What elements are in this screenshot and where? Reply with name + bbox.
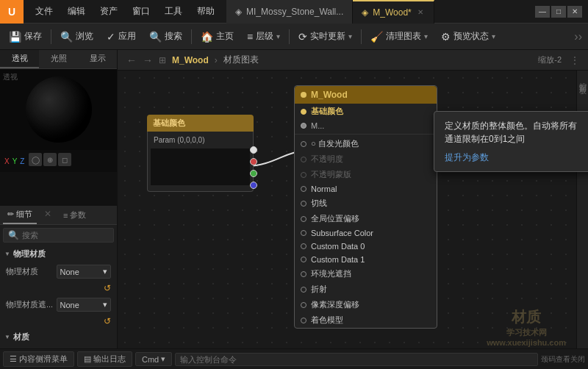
mwood-row-subsurface[interactable]: Subsurface Color	[295, 226, 437, 240]
view-tab-perspective[interactable]: 透视	[0, 50, 39, 68]
maximize-button[interactable]: □	[551, 6, 566, 18]
watermark: 材质 学习技术网 www.xuexijishu.com	[487, 307, 566, 347]
refresh-icon-2[interactable]: ↺	[104, 316, 111, 326]
menu-asset[interactable]: 资产	[94, 2, 123, 21]
prop-physics-material-select[interactable]: None ▾	[57, 265, 112, 279]
preview-state-label: 预览状态	[453, 30, 489, 43]
home-button[interactable]: 🏠 主页	[195, 27, 240, 46]
menu-tools[interactable]: 工具	[159, 2, 188, 21]
tab-mwood-label: M_Wood*	[373, 7, 411, 18]
menu-window[interactable]: 窗口	[126, 2, 156, 21]
vp-icon-1[interactable]: ◯	[29, 153, 42, 166]
props-search-input[interactable]	[22, 231, 123, 240]
mwood-row-self-illum-dot	[301, 141, 306, 147]
tooltip-promote-action[interactable]: 提升为参数	[445, 151, 584, 164]
menu-file[interactable]: 文件	[29, 2, 59, 21]
output-log-button[interactable]: ▤ 输出日志	[77, 351, 132, 367]
section-material-header[interactable]: ▼ 材质	[3, 329, 114, 345]
view-tab-lighting[interactable]: 光照	[39, 50, 78, 68]
prop-physics-material-mask-value: None	[60, 301, 79, 309]
tab-mwood[interactable]: ◈ M_Wood* ✕	[353, 0, 434, 24]
toolbar-overflow[interactable]: ››	[571, 30, 585, 43]
clean-button[interactable]: 🧹 清理图表 ▾	[365, 27, 434, 46]
save-button[interactable]: 💾 保存	[3, 27, 48, 46]
mwood-row-ao-dot	[301, 271, 306, 277]
section-physics-header[interactable]: ▼ 物理材质	[3, 246, 114, 262]
mwood-row-custom0[interactable]: Custom Data 0	[295, 240, 437, 253]
mwood-row-tangent[interactable]: 切线	[295, 196, 437, 211]
mwood-row-refraction[interactable]: 折射	[295, 282, 437, 297]
close-button[interactable]: ✕	[567, 6, 582, 18]
mwood-row-shading-model[interactable]: 着色模型	[295, 312, 437, 328]
node-base-color[interactable]: 基础颜色 Param (0,0,0,0)	[147, 115, 254, 192]
menu-help[interactable]: 帮助	[191, 2, 220, 21]
mwood-row-custom0-dot	[301, 243, 306, 249]
view-tab-show[interactable]: 显示	[78, 50, 117, 68]
toolbar: 💾 保存 🔍 浏览 ✓ 应用 🔍 搜索 🏠 主页 ≡ 层级 ▾ ⟳ 实时更新 ▾…	[0, 24, 588, 50]
menu-edit[interactable]: 编辑	[62, 2, 91, 21]
panel-toggle-icon[interactable]: ⋮	[570, 55, 579, 65]
tab-mwood-icon: ◈	[362, 7, 368, 18]
side-tab-separator: ✕	[43, 206, 53, 224]
connector-red[interactable]	[250, 158, 257, 165]
mwood-row-opacity-mask[interactable]: 不透明蒙版	[295, 167, 437, 182]
mwood-row-custom1[interactable]: Custom Data 1	[295, 253, 437, 266]
mwood-row-opacity[interactable]: 不透明度	[295, 151, 437, 167]
side-tab-details[interactable]: ✏ 细节	[3, 206, 37, 224]
realtime-button[interactable]: ⟳ 实时更新 ▾	[293, 27, 358, 46]
mwood-row-pixel-depth[interactable]: 像素深度偏移	[295, 297, 437, 312]
search-button[interactable]: 🔍 搜索	[143, 27, 188, 46]
preview-state-button[interactable]: ⚙ 预览状态 ▾	[435, 27, 501, 46]
prop-row-refresh-2: ↺	[3, 314, 114, 329]
mwood-row-normal[interactable]: Normal	[295, 182, 437, 196]
browse-button[interactable]: 🔍 浏览	[54, 27, 99, 46]
mwood-row-1[interactable]: M...	[295, 119, 437, 132]
mwood-row-world-offset[interactable]: 全局位置偏移	[295, 211, 437, 226]
mwood-row-ao-label: 环境光遮挡	[311, 268, 351, 279]
apply-icon: ✓	[107, 31, 115, 43]
mwood-sep	[295, 134, 437, 135]
mwood-row-0[interactable]: 基础颜色	[295, 104, 437, 119]
content-browser-button[interactable]: ☰ 内容侧滑菜单	[3, 351, 74, 367]
axis-x-label: X	[4, 157, 10, 165]
minimize-button[interactable]: —	[535, 6, 550, 18]
back-button[interactable]: ←	[126, 54, 137, 66]
vp-icon-3[interactable]: ◻	[58, 153, 71, 166]
mwood-row-ao[interactable]: 环境光遮挡	[295, 266, 437, 282]
mwood-dot-gold	[301, 92, 306, 98]
tab-mwood-close[interactable]: ✕	[416, 7, 425, 18]
tab-mi-mossy[interactable]: ◈ MI_Mossy_Stone_Wall...	[226, 0, 353, 24]
vp-icon-2[interactable]: ⊕	[43, 153, 57, 166]
mwood-row-self-illum-label: ○ 自发光颜色	[311, 138, 359, 149]
watermark-line2: 学习技术网	[487, 327, 566, 338]
mwood-rows: 基础颜色 M... ○ 自发光颜色 不透明度	[295, 104, 437, 328]
section-material-label: 材质	[13, 332, 29, 343]
mwood-row-normal-dot	[301, 186, 306, 192]
level-button[interactable]: ≡ 层级 ▾	[241, 27, 286, 46]
viewport-overlay-icons: ◯ ⊕ ◻	[29, 153, 71, 166]
params-icon: ≡	[63, 211, 68, 220]
forward-button[interactable]: →	[143, 54, 153, 66]
mwood-title: M_Wood	[311, 90, 348, 100]
refresh-icon-1[interactable]: ↺	[104, 283, 111, 293]
console-input[interactable]	[175, 353, 538, 366]
node-canvas[interactable]: 基础颜色 Param (0,0,0,0) M_Wood	[118, 71, 588, 348]
control-panel-label: 控制面板	[578, 76, 588, 82]
mwood-row-opacity-mask-label: 不透明蒙版	[311, 169, 351, 180]
connector-green[interactable]	[250, 170, 257, 177]
realtime-label: 实时更新	[310, 30, 345, 43]
mwood-row-self-illum[interactable]: ○ 自发光颜色	[295, 136, 437, 151]
cmd-button[interactable]: Cmd ▾	[135, 352, 172, 366]
side-tab-params[interactable]: ≡ 参数	[59, 206, 90, 224]
title-bar: U 文件 编辑 资产 窗口 工具 帮助 ◈ MI_Mossy_Stone_Wal…	[0, 0, 588, 24]
prop-physics-material-mask-select[interactable]: None ▾	[57, 298, 112, 312]
apply-button[interactable]: ✓ 应用	[101, 27, 142, 46]
level-label: 层级	[256, 30, 273, 43]
mwood-row-tangent-dot	[301, 201, 306, 207]
connector-white[interactable]	[250, 146, 257, 154]
material-sphere-preview	[26, 76, 92, 143]
node-mwood[interactable]: M_Wood 基础颜色 M... ○ 自发光颜色	[294, 85, 437, 329]
connector-blue[interactable]	[250, 182, 257, 189]
mwood-row-subsurface-label: Subsurface Color	[311, 229, 373, 237]
tooltip-popup: 定义材质的整体颜色。自动将所有通道限制在0到1之间 提升为参数	[434, 111, 588, 172]
